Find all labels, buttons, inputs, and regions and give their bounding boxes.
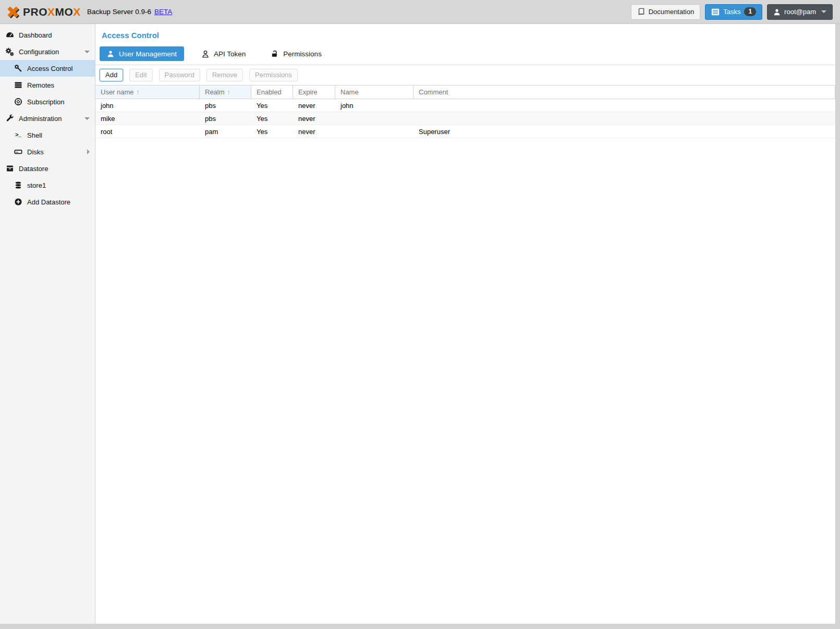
tab-bar: User Management API Token Permissions xyxy=(95,40,835,65)
column-header-realm[interactable]: Realm ↑ xyxy=(200,86,251,99)
database-icon xyxy=(14,181,22,190)
top-header-bar: PROXMOX Backup Server 0.9-6 BETA Documen… xyxy=(0,0,840,24)
support-icon xyxy=(14,98,22,106)
sidebar-item-add-datastore[interactable]: Add Datastore xyxy=(0,193,95,210)
sidebar-item-datastore[interactable]: Datastore xyxy=(0,160,95,177)
user-icon xyxy=(773,8,781,16)
proxmox-x-logo-icon xyxy=(5,4,21,20)
tab-label: Permissions xyxy=(283,50,322,58)
tab-api-token[interactable]: API Token xyxy=(194,46,253,61)
tasks-label: Tasks xyxy=(723,8,740,16)
sidebar-nav: Dashboard Configuration Access Control xyxy=(0,24,95,624)
wrench-icon xyxy=(5,114,14,123)
tab-user-management[interactable]: User Management xyxy=(100,46,184,61)
cell-expire: never xyxy=(293,112,335,125)
column-label: Realm xyxy=(205,88,225,96)
sidebar-item-configuration[interactable]: Configuration xyxy=(0,43,95,60)
task-list-icon xyxy=(711,8,720,16)
sidebar-item-label: Add Datastore xyxy=(27,198,70,206)
app-window: PROXMOX Backup Server 0.9-6 BETA Documen… xyxy=(0,0,840,629)
user-menu-label: root@pam xyxy=(784,8,816,16)
sidebar-item-label: Subscription xyxy=(27,98,65,106)
cell-name: john xyxy=(335,99,413,112)
beta-link[interactable]: BETA xyxy=(154,8,172,16)
collapse-arrow-icon[interactable] xyxy=(84,51,90,53)
cell-enabled: Yes xyxy=(251,125,293,138)
column-header-name[interactable]: Name xyxy=(335,86,413,99)
chevron-down-icon xyxy=(821,10,826,13)
sidebar-item-shell[interactable]: >_ Shell xyxy=(0,127,95,143)
add-button[interactable]: Add xyxy=(100,69,123,81)
tab-permissions[interactable]: Permissions xyxy=(263,46,329,61)
expand-arrow-icon[interactable] xyxy=(87,149,90,154)
column-label: Enabled xyxy=(257,88,282,96)
column-header-expire[interactable]: Expire xyxy=(293,86,335,99)
column-header-comment[interactable]: Comment xyxy=(413,86,835,99)
table-row-mike[interactable]: mike pbs Yes never xyxy=(95,112,835,125)
column-label: Name xyxy=(340,88,359,96)
column-header-enabled[interactable]: Enabled xyxy=(251,86,293,99)
sidebar-item-store1[interactable]: store1 xyxy=(0,177,95,193)
tasks-button[interactable]: Tasks 1 xyxy=(705,4,762,20)
page-title: Access Control xyxy=(102,31,835,40)
cell-comment xyxy=(413,99,835,112)
user-icon xyxy=(107,50,114,57)
server-icon xyxy=(14,81,22,90)
sidebar-item-dashboard[interactable]: Dashboard xyxy=(0,27,95,43)
cell-expire: never xyxy=(293,99,335,112)
logo-wordmark: PROXMOX xyxy=(23,6,81,18)
key-icon xyxy=(14,64,22,73)
cell-user-name: john xyxy=(95,99,200,112)
table-row-john[interactable]: john pbs Yes never john xyxy=(95,99,835,112)
tab-label: API Token xyxy=(214,50,246,58)
sort-asc-icon: ↑ xyxy=(137,89,140,96)
collapse-arrow-icon[interactable] xyxy=(84,117,90,120)
cell-realm: pbs xyxy=(200,112,251,125)
cell-name xyxy=(335,125,413,138)
user-menu-button[interactable]: root@pam xyxy=(767,4,833,20)
column-header-user-name[interactable]: User name ↑ xyxy=(95,86,200,99)
sidebar-item-label: Administration xyxy=(19,115,62,123)
grid-toolbar: Add Edit Password Remove Permissions xyxy=(95,65,835,85)
tasks-count-badge: 1 xyxy=(744,7,756,16)
user-outline-icon xyxy=(202,50,209,58)
sidebar-item-label: Disks xyxy=(27,148,44,156)
sidebar-item-label: Configuration xyxy=(19,48,59,56)
proxmox-logo: PROXMOX xyxy=(5,4,81,20)
sidebar-item-remotes[interactable]: Remotes xyxy=(0,77,95,93)
cell-enabled: Yes xyxy=(251,99,293,112)
sidebar-item-label: store1 xyxy=(27,182,46,189)
sidebar-item-disks[interactable]: Disks xyxy=(0,143,95,160)
sort-asc-icon: ↑ xyxy=(227,89,230,96)
plus-circle-icon xyxy=(14,198,22,207)
users-table: User name ↑ Realm ↑ Enabled Expire Name xyxy=(95,85,835,138)
gears-icon xyxy=(5,47,14,56)
book-icon xyxy=(637,8,645,16)
sidebar-item-administration[interactable]: Administration xyxy=(0,110,95,127)
permissions-button[interactable]: Permissions xyxy=(249,69,298,81)
sidebar-item-subscription[interactable]: Subscription xyxy=(0,93,95,110)
cell-enabled: Yes xyxy=(251,112,293,125)
dashboard-icon xyxy=(5,31,14,40)
password-button[interactable]: Password xyxy=(159,69,200,81)
column-label: Expire xyxy=(298,88,318,96)
sidebar-item-label: Shell xyxy=(27,131,42,139)
documentation-button[interactable]: Documentation xyxy=(631,4,700,20)
sidebar-item-access-control[interactable]: Access Control xyxy=(0,60,95,77)
cell-user-name: root xyxy=(95,125,200,138)
product-version-label: Backup Server 0.9-6 xyxy=(87,8,151,16)
column-label: Comment xyxy=(419,88,448,96)
cell-comment: Superuser xyxy=(413,125,835,138)
cell-name xyxy=(335,112,413,125)
sidebar-item-label: Datastore xyxy=(19,165,48,173)
table-header-row: User name ↑ Realm ↑ Enabled Expire Name xyxy=(95,86,835,99)
main-panel: Access Control User Management API Token xyxy=(95,24,836,624)
unlock-icon xyxy=(271,50,278,58)
documentation-label: Documentation xyxy=(649,8,694,16)
hdd-icon xyxy=(14,148,22,156)
cell-comment xyxy=(413,112,835,125)
cell-expire: never xyxy=(293,125,335,138)
table-row-root[interactable]: root pam Yes never Superuser xyxy=(95,125,835,138)
edit-button[interactable]: Edit xyxy=(129,69,152,81)
remove-button[interactable]: Remove xyxy=(206,69,243,81)
